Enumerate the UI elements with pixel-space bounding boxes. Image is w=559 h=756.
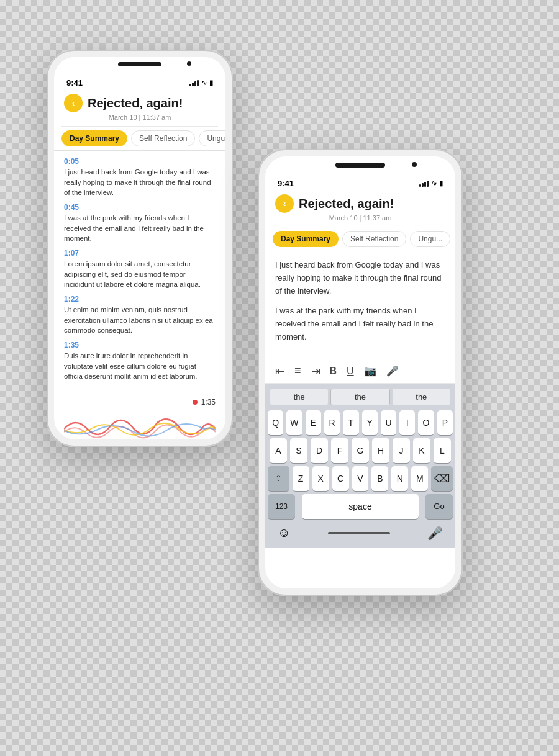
- phone-front-screen: 9:41 ∿ ▮ ‹ Rejected, again! March 10: [265, 156, 455, 588]
- keyboard[interactable]: the the the Q W E R T Y U I O P A S: [265, 384, 455, 548]
- back-button-front[interactable]: ‹: [275, 194, 294, 213]
- rec-time: 1:35: [201, 398, 216, 407]
- key-Z[interactable]: Z: [293, 466, 309, 491]
- camera-icon[interactable]: 📷: [364, 365, 376, 377]
- tabs-front: Day Summary Self Reflection Ungu...: [265, 227, 455, 251]
- status-bar-back: 9:41 ∿ ▮: [54, 74, 225, 90]
- key-W[interactable]: W: [286, 410, 302, 435]
- wifi-icon: ∿: [201, 79, 207, 87]
- ct-4: Ut enim ad minim veniam, quis nostrud ex…: [64, 305, 216, 336]
- key-G[interactable]: G: [352, 438, 369, 463]
- key-V[interactable]: V: [352, 466, 369, 491]
- key-E[interactable]: E: [306, 410, 321, 435]
- status-bar-front: 9:41 ∿ ▮: [265, 175, 455, 191]
- app-date-back: March 10 | 11:37 am: [109, 114, 171, 121]
- key-space[interactable]: space: [302, 494, 419, 519]
- key-F[interactable]: F: [331, 438, 348, 463]
- waveform-svg: [64, 410, 216, 439]
- signal-icon-front: [419, 181, 429, 187]
- app-date-front: March 10 | 11:37 am: [329, 214, 392, 222]
- ts-3: 1:07: [64, 249, 216, 258]
- app-title-front: Rejected, again!: [299, 197, 394, 211]
- key-P[interactable]: P: [437, 410, 453, 435]
- key-R[interactable]: R: [324, 410, 340, 435]
- time-back: 9:41: [66, 78, 83, 88]
- key-K[interactable]: K: [413, 438, 430, 463]
- key-O[interactable]: O: [418, 410, 434, 435]
- align-center-icon[interactable]: ≡: [294, 364, 301, 377]
- underline-icon[interactable]: U: [347, 366, 354, 377]
- tabs-back: Day Summary Self Reflection Ungu...: [54, 127, 225, 151]
- ts-2: 0:45: [64, 203, 216, 212]
- text-toolbar[interactable]: ⇤ ≡ ⇥ B U 📷 🎤: [265, 359, 455, 384]
- battery-icon-front: ▮: [439, 179, 443, 187]
- status-icons-back: ∿ ▮: [189, 79, 213, 87]
- ct-2: I was at the park with my friends when I…: [64, 213, 216, 244]
- key-H[interactable]: H: [372, 438, 389, 463]
- phone-back: 9:41 ∿ ▮ ‹ Rejected, again! March 10: [47, 50, 233, 447]
- battery-icon: ▮: [209, 79, 213, 87]
- key-A[interactable]: A: [270, 438, 287, 463]
- ct-5: Duis aute irure dolor in reprehenderit i…: [64, 351, 216, 382]
- key-B[interactable]: B: [371, 466, 388, 491]
- key-J[interactable]: J: [393, 438, 410, 463]
- autocomplete-1[interactable]: the: [270, 389, 328, 405]
- align-left-icon[interactable]: ⇤: [275, 364, 284, 378]
- front-para-1: I just heard back from Google today and …: [275, 259, 445, 297]
- status-icons-front: ∿ ▮: [419, 179, 443, 187]
- tab-other-front[interactable]: Ungu...: [410, 231, 450, 247]
- key-M[interactable]: M: [411, 466, 428, 491]
- content-back: 0:05 I just heard back from Google today…: [54, 151, 225, 393]
- tab-self-reflection-back[interactable]: Self Reflection: [131, 130, 195, 146]
- ct-3: Lorem ipsum dolor sit amet, consectetur …: [64, 259, 216, 290]
- rec-dot: [193, 400, 198, 405]
- tab-day-summary-back[interactable]: Day Summary: [61, 130, 127, 146]
- key-I[interactable]: I: [399, 410, 415, 435]
- autocomplete-row: the the the: [268, 389, 453, 410]
- back-button-back[interactable]: ‹: [64, 94, 83, 112]
- ct-1: I just heard back from Google today and …: [64, 167, 216, 198]
- key-Y[interactable]: Y: [362, 410, 378, 435]
- phone-front: 9:41 ∿ ▮ ‹ Rejected, again! March 10: [258, 149, 463, 596]
- key-X[interactable]: X: [312, 466, 329, 491]
- app-title-back: Rejected, again!: [88, 96, 183, 110]
- ts-1: 0:05: [64, 157, 216, 166]
- tab-day-summary-front[interactable]: Day Summary: [273, 231, 339, 247]
- ts-5: 1:35: [64, 341, 216, 349]
- autocomplete-3[interactable]: the: [393, 389, 450, 405]
- tab-self-reflection-front[interactable]: Self Reflection: [342, 231, 406, 247]
- emoji-icon[interactable]: ☺: [278, 526, 290, 540]
- signal-icon: [189, 80, 199, 86]
- front-content: I just heard back from Google today and …: [265, 251, 455, 359]
- align-right-icon[interactable]: ⇥: [311, 364, 320, 378]
- app-header-front: ‹ Rejected, again! March 10 | 11:37 am: [265, 191, 455, 227]
- time-front: 9:41: [278, 179, 294, 188]
- mic-keyboard-icon[interactable]: 🎤: [427, 526, 443, 541]
- key-123[interactable]: 123: [268, 494, 295, 519]
- key-Q[interactable]: Q: [268, 410, 283, 435]
- tab-other-back[interactable]: Ungu...: [199, 130, 225, 146]
- key-go[interactable]: Go: [425, 494, 453, 519]
- key-D[interactable]: D: [311, 438, 328, 463]
- key-row-zxcv: ⇧ Z X C V B N M ⌫: [268, 466, 453, 491]
- key-C[interactable]: C: [332, 466, 349, 491]
- key-L[interactable]: L: [434, 438, 451, 463]
- ts-4: 1:22: [64, 295, 216, 304]
- front-para-2: I was at the park with my friends when I…: [275, 305, 445, 343]
- key-N[interactable]: N: [391, 466, 408, 491]
- key-delete[interactable]: ⌫: [431, 466, 453, 491]
- key-shift[interactable]: ⇧: [268, 466, 289, 491]
- key-T[interactable]: T: [343, 410, 358, 435]
- phone-back-screen: 9:41 ∿ ▮ ‹ Rejected, again! March 10: [54, 57, 225, 439]
- waveform-area: 1:35: [54, 393, 225, 439]
- key-row-qwerty: Q W E R T Y U I O P: [268, 410, 453, 435]
- autocomplete-2[interactable]: the: [330, 389, 389, 405]
- key-row-asdf: A S D F G H J K L: [268, 438, 453, 463]
- app-header-back: ‹ Rejected, again! March 10 | 11:37 am: [54, 90, 225, 126]
- home-indicator: [328, 532, 390, 534]
- mic-toolbar-icon[interactable]: 🎤: [386, 365, 399, 377]
- recording-indicator: 1:35: [193, 398, 216, 407]
- bold-icon[interactable]: B: [330, 366, 337, 377]
- key-U[interactable]: U: [381, 410, 396, 435]
- key-S[interactable]: S: [290, 438, 307, 463]
